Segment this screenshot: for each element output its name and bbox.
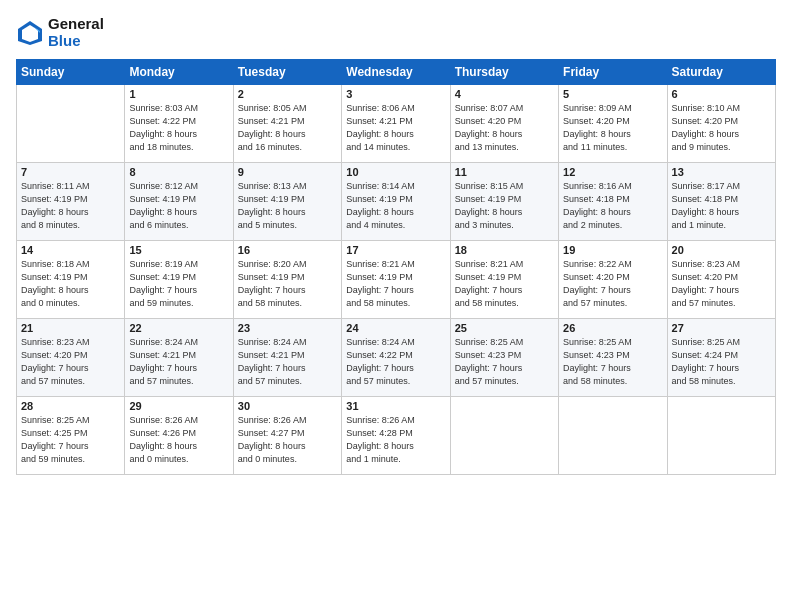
day-info: Sunrise: 8:21 AM Sunset: 4:19 PM Dayligh… [455, 258, 554, 310]
calendar-table: SundayMondayTuesdayWednesdayThursdayFrid… [16, 59, 776, 475]
calendar-cell: 26Sunrise: 8:25 AM Sunset: 4:23 PM Dayli… [559, 319, 667, 397]
day-info: Sunrise: 8:17 AM Sunset: 4:18 PM Dayligh… [672, 180, 771, 232]
day-info: Sunrise: 8:26 AM Sunset: 4:26 PM Dayligh… [129, 414, 228, 466]
weekday-header: Tuesday [233, 60, 341, 85]
calendar-cell [450, 397, 558, 475]
logo-icon [16, 19, 44, 47]
calendar-cell: 20Sunrise: 8:23 AM Sunset: 4:20 PM Dayli… [667, 241, 775, 319]
day-number: 26 [563, 322, 662, 334]
calendar-cell: 1Sunrise: 8:03 AM Sunset: 4:22 PM Daylig… [125, 85, 233, 163]
day-info: Sunrise: 8:12 AM Sunset: 4:19 PM Dayligh… [129, 180, 228, 232]
weekday-header: Friday [559, 60, 667, 85]
day-info: Sunrise: 8:13 AM Sunset: 4:19 PM Dayligh… [238, 180, 337, 232]
day-info: Sunrise: 8:07 AM Sunset: 4:20 PM Dayligh… [455, 102, 554, 154]
calendar-cell: 31Sunrise: 8:26 AM Sunset: 4:28 PM Dayli… [342, 397, 450, 475]
calendar-cell: 25Sunrise: 8:25 AM Sunset: 4:23 PM Dayli… [450, 319, 558, 397]
weekday-header: Wednesday [342, 60, 450, 85]
calendar-week-row: 21Sunrise: 8:23 AM Sunset: 4:20 PM Dayli… [17, 319, 776, 397]
calendar-week-row: 28Sunrise: 8:25 AM Sunset: 4:25 PM Dayli… [17, 397, 776, 475]
day-info: Sunrise: 8:19 AM Sunset: 4:19 PM Dayligh… [129, 258, 228, 310]
calendar-cell: 23Sunrise: 8:24 AM Sunset: 4:21 PM Dayli… [233, 319, 341, 397]
header-row: SundayMondayTuesdayWednesdayThursdayFrid… [17, 60, 776, 85]
day-number: 2 [238, 88, 337, 100]
day-number: 11 [455, 166, 554, 178]
day-number: 22 [129, 322, 228, 334]
day-info: Sunrise: 8:18 AM Sunset: 4:19 PM Dayligh… [21, 258, 120, 310]
day-info: Sunrise: 8:14 AM Sunset: 4:19 PM Dayligh… [346, 180, 445, 232]
day-number: 13 [672, 166, 771, 178]
logo-text: General Blue [48, 16, 104, 49]
calendar-cell: 16Sunrise: 8:20 AM Sunset: 4:19 PM Dayli… [233, 241, 341, 319]
day-info: Sunrise: 8:23 AM Sunset: 4:20 PM Dayligh… [21, 336, 120, 388]
day-number: 19 [563, 244, 662, 256]
day-number: 25 [455, 322, 554, 334]
calendar-cell [667, 397, 775, 475]
calendar-cell: 6Sunrise: 8:10 AM Sunset: 4:20 PM Daylig… [667, 85, 775, 163]
day-number: 21 [21, 322, 120, 334]
calendar-cell: 8Sunrise: 8:12 AM Sunset: 4:19 PM Daylig… [125, 163, 233, 241]
day-info: Sunrise: 8:25 AM Sunset: 4:24 PM Dayligh… [672, 336, 771, 388]
calendar-cell [559, 397, 667, 475]
weekday-header: Thursday [450, 60, 558, 85]
calendar-cell: 29Sunrise: 8:26 AM Sunset: 4:26 PM Dayli… [125, 397, 233, 475]
calendar-cell [17, 85, 125, 163]
day-number: 27 [672, 322, 771, 334]
day-number: 6 [672, 88, 771, 100]
day-info: Sunrise: 8:24 AM Sunset: 4:22 PM Dayligh… [346, 336, 445, 388]
day-info: Sunrise: 8:25 AM Sunset: 4:23 PM Dayligh… [563, 336, 662, 388]
calendar-cell: 24Sunrise: 8:24 AM Sunset: 4:22 PM Dayli… [342, 319, 450, 397]
day-number: 7 [21, 166, 120, 178]
day-info: Sunrise: 8:25 AM Sunset: 4:23 PM Dayligh… [455, 336, 554, 388]
day-info: Sunrise: 8:06 AM Sunset: 4:21 PM Dayligh… [346, 102, 445, 154]
day-number: 14 [21, 244, 120, 256]
day-number: 4 [455, 88, 554, 100]
day-number: 18 [455, 244, 554, 256]
header: General Blue [16, 16, 776, 49]
day-info: Sunrise: 8:03 AM Sunset: 4:22 PM Dayligh… [129, 102, 228, 154]
calendar-cell: 22Sunrise: 8:24 AM Sunset: 4:21 PM Dayli… [125, 319, 233, 397]
calendar-cell: 9Sunrise: 8:13 AM Sunset: 4:19 PM Daylig… [233, 163, 341, 241]
day-info: Sunrise: 8:20 AM Sunset: 4:19 PM Dayligh… [238, 258, 337, 310]
logo: General Blue [16, 16, 104, 49]
calendar-cell: 21Sunrise: 8:23 AM Sunset: 4:20 PM Dayli… [17, 319, 125, 397]
day-number: 29 [129, 400, 228, 412]
day-info: Sunrise: 8:16 AM Sunset: 4:18 PM Dayligh… [563, 180, 662, 232]
day-number: 30 [238, 400, 337, 412]
day-number: 16 [238, 244, 337, 256]
day-info: Sunrise: 8:22 AM Sunset: 4:20 PM Dayligh… [563, 258, 662, 310]
day-info: Sunrise: 8:10 AM Sunset: 4:20 PM Dayligh… [672, 102, 771, 154]
calendar-cell: 18Sunrise: 8:21 AM Sunset: 4:19 PM Dayli… [450, 241, 558, 319]
weekday-header: Monday [125, 60, 233, 85]
day-number: 10 [346, 166, 445, 178]
day-number: 31 [346, 400, 445, 412]
day-number: 17 [346, 244, 445, 256]
day-info: Sunrise: 8:05 AM Sunset: 4:21 PM Dayligh… [238, 102, 337, 154]
weekday-header: Sunday [17, 60, 125, 85]
calendar-cell: 19Sunrise: 8:22 AM Sunset: 4:20 PM Dayli… [559, 241, 667, 319]
day-number: 28 [21, 400, 120, 412]
day-number: 12 [563, 166, 662, 178]
calendar-cell: 13Sunrise: 8:17 AM Sunset: 4:18 PM Dayli… [667, 163, 775, 241]
calendar-week-row: 7Sunrise: 8:11 AM Sunset: 4:19 PM Daylig… [17, 163, 776, 241]
day-number: 20 [672, 244, 771, 256]
day-number: 15 [129, 244, 228, 256]
day-info: Sunrise: 8:11 AM Sunset: 4:19 PM Dayligh… [21, 180, 120, 232]
calendar-cell: 10Sunrise: 8:14 AM Sunset: 4:19 PM Dayli… [342, 163, 450, 241]
day-info: Sunrise: 8:21 AM Sunset: 4:19 PM Dayligh… [346, 258, 445, 310]
calendar-cell: 2Sunrise: 8:05 AM Sunset: 4:21 PM Daylig… [233, 85, 341, 163]
day-info: Sunrise: 8:09 AM Sunset: 4:20 PM Dayligh… [563, 102, 662, 154]
calendar-week-row: 1Sunrise: 8:03 AM Sunset: 4:22 PM Daylig… [17, 85, 776, 163]
calendar-cell: 3Sunrise: 8:06 AM Sunset: 4:21 PM Daylig… [342, 85, 450, 163]
calendar-cell: 14Sunrise: 8:18 AM Sunset: 4:19 PM Dayli… [17, 241, 125, 319]
calendar-cell: 5Sunrise: 8:09 AM Sunset: 4:20 PM Daylig… [559, 85, 667, 163]
day-number: 8 [129, 166, 228, 178]
day-number: 23 [238, 322, 337, 334]
day-info: Sunrise: 8:26 AM Sunset: 4:28 PM Dayligh… [346, 414, 445, 466]
day-number: 1 [129, 88, 228, 100]
calendar-cell: 12Sunrise: 8:16 AM Sunset: 4:18 PM Dayli… [559, 163, 667, 241]
day-info: Sunrise: 8:24 AM Sunset: 4:21 PM Dayligh… [129, 336, 228, 388]
calendar-cell: 17Sunrise: 8:21 AM Sunset: 4:19 PM Dayli… [342, 241, 450, 319]
calendar-cell: 27Sunrise: 8:25 AM Sunset: 4:24 PM Dayli… [667, 319, 775, 397]
calendar-cell: 11Sunrise: 8:15 AM Sunset: 4:19 PM Dayli… [450, 163, 558, 241]
day-number: 9 [238, 166, 337, 178]
